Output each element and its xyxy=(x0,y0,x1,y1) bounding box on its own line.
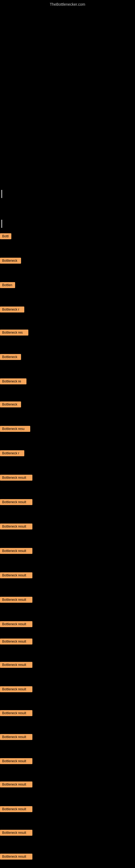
bottleneck-result-badge[interactable]: Bottleneck res xyxy=(0,330,28,336)
bottleneck-result-badge[interactable]: Bottleneck xyxy=(0,258,21,264)
bottleneck-result-badge[interactable]: Bottleneck result xyxy=(0,475,32,480)
bottleneck-result-badge[interactable]: Bottleneck result xyxy=(0,854,32,860)
bottleneck-result-badge[interactable]: Bottleneck result xyxy=(0,806,32,812)
bottleneck-result-badge[interactable]: Bottleneck result xyxy=(0,499,32,505)
bottleneck-result-badge[interactable]: Bottleneck resu xyxy=(0,426,30,432)
bottleneck-result-badge[interactable]: Bottleneck re xyxy=(0,378,27,384)
bottleneck-result-badge[interactable]: Bottleneck xyxy=(0,354,21,360)
bottleneck-result-badge[interactable]: Bottleneck result xyxy=(0,621,32,627)
cursor-line-2 xyxy=(1,220,2,228)
site-title: TheBottlenecker.com xyxy=(50,2,85,6)
bottleneck-result-badge[interactable]: Bottleneck result xyxy=(0,710,32,716)
bottleneck-result-badge[interactable]: Bottleneck result xyxy=(0,548,32,554)
bottleneck-result-badge[interactable]: Bottlen xyxy=(0,282,15,288)
bottleneck-result-badge[interactable]: Bottleneck result xyxy=(0,758,32,764)
bottleneck-result-badge[interactable]: Bottleneck result xyxy=(0,781,32,787)
bottleneck-result-badge[interactable]: Bottleneck result xyxy=(0,830,32,836)
bottleneck-result-badge[interactable]: Bottleneck r xyxy=(0,307,24,312)
bottleneck-result-badge[interactable]: Bottl xyxy=(0,233,11,239)
bottleneck-result-badge[interactable]: Bottleneck xyxy=(0,401,21,407)
cursor-line-1 xyxy=(1,190,2,198)
bottleneck-result-badge[interactable]: Bottleneck result xyxy=(0,524,32,529)
bottleneck-result-badge[interactable]: Bottleneck result xyxy=(0,662,32,668)
bottleneck-result-badge[interactable]: Bottleneck result xyxy=(0,639,32,645)
bottleneck-result-badge[interactable]: Bottleneck result xyxy=(0,686,32,692)
bottleneck-result-badge[interactable]: Bottleneck result xyxy=(0,597,32,603)
bottleneck-result-badge[interactable]: Bottleneck result xyxy=(0,572,32,578)
bottleneck-result-badge[interactable]: Bottleneck result xyxy=(0,734,32,740)
bottleneck-result-badge[interactable]: Bottleneck r xyxy=(0,450,24,456)
